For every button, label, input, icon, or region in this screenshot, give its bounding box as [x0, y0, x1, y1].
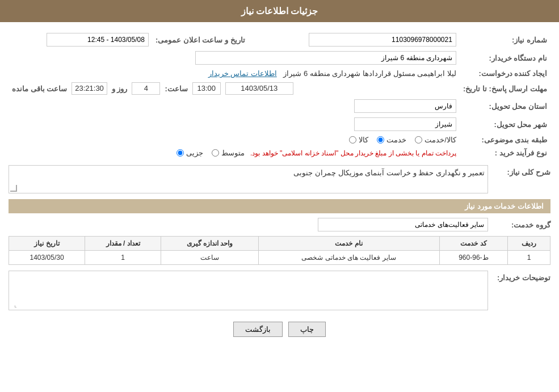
back-button[interactable]: بازگشت [233, 322, 283, 337]
city-input[interactable] [354, 117, 456, 131]
col-header-unit: واحد اندازه گیری [161, 237, 259, 251]
buyer-org-input[interactable] [195, 51, 456, 65]
page-title: جزئیات اطلاعات نیاز [241, 6, 318, 16]
announce-datetime-label: تاریخ و ساعت اعلان عمومی: [152, 31, 257, 49]
deadline-label: مهلت ارسال پاسخ: تا تاریخ: [460, 80, 550, 97]
description-label: شرح کلی نیاز: [494, 165, 550, 176]
purchase-jozi-radio[interactable] [176, 149, 184, 157]
cell-name: سایر فعالیت های خدماتی شخصی [258, 251, 439, 265]
cell-unit: ساعت [161, 251, 259, 265]
buttons-row: چاپ بازگشت [9, 322, 550, 345]
province-input[interactable] [354, 99, 456, 113]
category-label: طبقه بندی موضوعی: [460, 133, 550, 146]
cell-row: 1 [508, 251, 550, 265]
cell-code: ط-96-960 [439, 251, 508, 265]
purchase-type-label: نوع فرآیند خرید : [460, 146, 550, 159]
deadline-days-label: روز و [112, 85, 128, 93]
category-both-radio[interactable] [415, 136, 422, 144]
buyer-notes-label: توضیحات خریدار: [494, 271, 550, 282]
buyer-notes-box: ⌞ [9, 271, 488, 310]
buyer-org-label: نام دستگاه خریدار: [460, 49, 550, 67]
deadline-remaining-value: 23:21:30 [72, 82, 107, 95]
purchase-motavaset-radio[interactable] [212, 149, 219, 157]
announce-datetime-input[interactable] [47, 33, 149, 47]
col-header-name: نام خدمت [258, 237, 439, 251]
creator-value: لیلا ابراهیمی مسئول قراردادها شهرداری من… [283, 69, 456, 78]
deadline-time-label: ساعت: [165, 85, 187, 93]
category-kala-radio[interactable] [349, 136, 356, 144]
print-button[interactable]: چاپ [288, 322, 326, 337]
description-resize-handle[interactable] [10, 185, 17, 192]
purchase-type-note: پرداخت تمام یا بخشی از مبلغ خریدار محل "… [250, 149, 456, 157]
category-khedmat-radio[interactable] [377, 136, 384, 144]
creator-contact-link[interactable]: اطلاعات تماس خریدار [208, 69, 277, 78]
category-both-label: کالا/خدمت [424, 136, 456, 144]
col-header-row: ردیف [508, 237, 550, 251]
deadline-remaining-label: ساعت باقی مانده [12, 85, 67, 93]
cell-quantity: 1 [85, 251, 161, 265]
services-table: ردیف کد خدمت نام خدمت واحد اندازه گیری ت… [9, 236, 550, 265]
service-group-label: گروه خدمت: [494, 221, 550, 229]
page-header: جزئیات اطلاعات نیاز [0, 0, 559, 22]
description-text: تعمیر و نگهداری حفظ و خراست آبنمای موزیک… [293, 168, 485, 177]
deadline-date-value: 1403/05/13 [225, 82, 293, 95]
need-number-input[interactable] [309, 33, 456, 47]
need-number-label: شماره نیاز: [460, 31, 550, 49]
col-header-qty: تعداد / مقدار [85, 237, 161, 251]
province-label: استان محل تحویل: [460, 97, 550, 115]
description-box: تعمیر و نگهداری حفظ و خراست آبنمای موزیک… [9, 165, 488, 193]
cell-date: 1403/05/30 [9, 251, 85, 265]
purchase-jozi-label: جزیی [186, 149, 203, 157]
table-row: 1ط-96-960سایر فعالیت های خدماتی شخصیساعت… [9, 251, 550, 265]
col-header-code: کد خدمت [439, 237, 508, 251]
col-header-date: تاریخ نیاز [9, 237, 85, 251]
deadline-days-value: 4 [132, 82, 160, 95]
services-section-title: اطلاعات خدمات مورد نیاز [9, 199, 550, 213]
deadline-time-value: 13:00 [192, 82, 221, 95]
category-kala-label: کالا [359, 136, 368, 144]
service-group-input[interactable] [318, 218, 488, 231]
creator-label: ایجاد کننده درخواست: [460, 67, 550, 80]
buyer-notes-resize-handle[interactable]: ⌞ [10, 302, 17, 309]
city-label: شهر محل تحویل: [460, 115, 550, 133]
purchase-motavaset-label: متوسط [221, 149, 245, 157]
category-khedmat-label: خدمت [386, 136, 406, 144]
